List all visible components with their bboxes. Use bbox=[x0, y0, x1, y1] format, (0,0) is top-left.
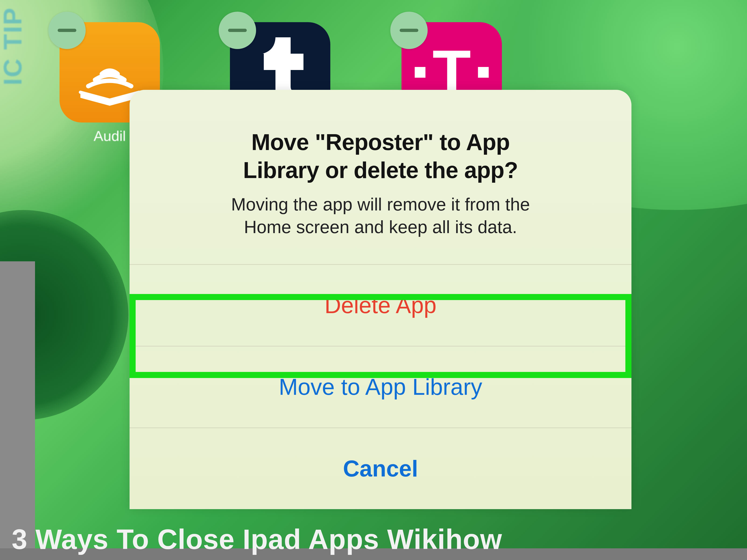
audible-logo-icon bbox=[76, 66, 144, 94]
alert-title: Move "Reposter" to App Library or delete… bbox=[151, 128, 611, 184]
image-caption: 3 Ways To Close Ipad Apps Wikihow bbox=[12, 523, 502, 555]
cancel-button[interactable]: Cancel bbox=[130, 427, 632, 509]
alert-subtitle: Moving the app will remove it from the H… bbox=[151, 193, 611, 238]
remove-badge-icon[interactable] bbox=[390, 12, 428, 49]
delete-app-button[interactable]: Delete App bbox=[130, 264, 632, 346]
app-label-audible: Audil bbox=[94, 128, 126, 144]
remove-badge-icon[interactable] bbox=[219, 12, 256, 49]
move-to-library-button[interactable]: Move to App Library bbox=[130, 346, 632, 427]
action-sheet: Move "Reposter" to App Library or delete… bbox=[130, 90, 632, 509]
watermark-text: IC TIP bbox=[0, 7, 27, 85]
remove-badge-icon[interactable] bbox=[48, 12, 86, 49]
left-gray-band bbox=[0, 261, 35, 548]
